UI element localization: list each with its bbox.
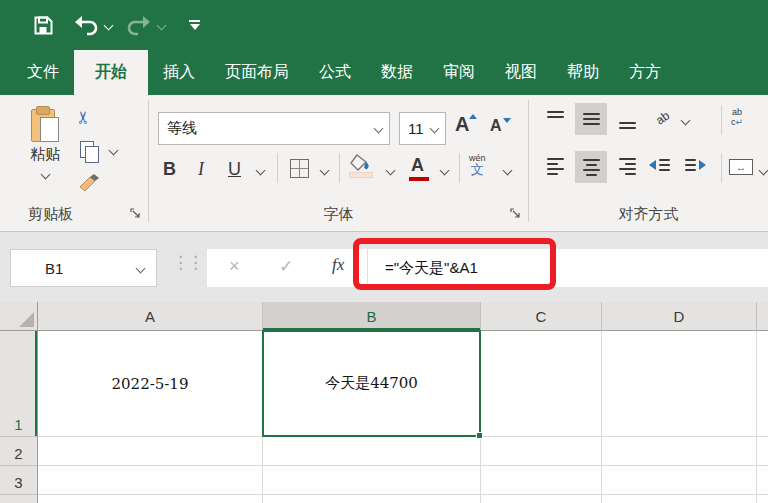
- align-bottom-icon[interactable]: [619, 122, 636, 129]
- font-dialog-launcher-icon[interactable]: [510, 205, 521, 223]
- tab-view[interactable]: 视图: [490, 50, 552, 95]
- font-size-combobox[interactable]: 11: [399, 112, 446, 145]
- cell-d4[interactable]: [602, 495, 757, 503]
- cell-c1[interactable]: [481, 331, 602, 437]
- align-center-icon[interactable]: [575, 151, 607, 183]
- cell-e1[interactable]: [757, 331, 768, 437]
- merge-center-icon[interactable]: ↔: [729, 159, 753, 175]
- cell-a2[interactable]: [38, 437, 263, 466]
- cell-a4[interactable]: [38, 495, 263, 503]
- fill-color-dropdown-icon[interactable]: [386, 166, 396, 176]
- alignment-group-label: 对齐方式: [529, 205, 768, 224]
- name-box[interactable]: B1: [10, 249, 157, 287]
- font-size-dropdown-icon[interactable]: [430, 124, 440, 134]
- cell-b2[interactable]: [263, 437, 481, 466]
- tab-data[interactable]: 数据: [366, 50, 428, 95]
- merge-dropdown-icon[interactable]: [759, 166, 768, 176]
- bold-button[interactable]: B: [163, 159, 176, 180]
- cell-a3[interactable]: [38, 466, 263, 495]
- excel-window: { "colors":{"brand_green":"#217346","ann…: [0, 0, 768, 503]
- tab-help[interactable]: 帮助: [552, 50, 614, 95]
- cell-d3[interactable]: [602, 466, 757, 495]
- undo-icon[interactable]: [73, 14, 99, 36]
- align-top-icon[interactable]: [547, 111, 564, 118]
- align-middle-icon[interactable]: [575, 103, 607, 135]
- customize-quick-access-icon[interactable]: [189, 20, 200, 30]
- underline-dropdown-icon[interactable]: [256, 166, 266, 176]
- tab-insert[interactable]: 插入: [148, 50, 210, 95]
- row-header-3[interactable]: 3: [0, 466, 38, 495]
- cell-b4[interactable]: [263, 495, 481, 503]
- font-color-swatch: [409, 177, 429, 181]
- italic-button[interactable]: I: [198, 159, 204, 180]
- paste-dropdown-icon[interactable]: [40, 170, 50, 180]
- cell-c3[interactable]: [481, 466, 602, 495]
- tab-addin[interactable]: 方方: [614, 50, 676, 95]
- font-color-dropdown-icon[interactable]: [440, 166, 450, 176]
- tab-file[interactable]: 文件: [12, 50, 74, 95]
- separator: [721, 153, 722, 183]
- save-icon[interactable]: [32, 14, 55, 37]
- font-color-icon[interactable]: A: [411, 155, 424, 176]
- orientation-dropdown-icon[interactable]: [681, 116, 691, 126]
- undo-dropdown-icon[interactable]: [104, 20, 114, 30]
- phonetic-dropdown-icon[interactable]: [503, 166, 513, 176]
- enter-icon[interactable]: ✓: [279, 256, 293, 277]
- underline-button[interactable]: U: [228, 159, 241, 180]
- separator: [721, 105, 722, 135]
- decrease-indent-icon[interactable]: [649, 159, 670, 171]
- redo-dropdown-icon[interactable]: [157, 20, 167, 30]
- orientation-icon[interactable]: ab: [653, 108, 672, 127]
- font-size-value: 11: [400, 120, 431, 137]
- decrease-font-size-button[interactable]: A: [490, 117, 502, 135]
- tab-review[interactable]: 审阅: [428, 50, 490, 95]
- cell-b1[interactable]: 今天是44700: [263, 331, 481, 437]
- cell-d2[interactable]: [602, 437, 757, 466]
- tab-home[interactable]: 开始: [74, 50, 148, 95]
- name-box-dropdown-icon[interactable]: [136, 263, 146, 273]
- cell-c4[interactable]: [481, 495, 602, 503]
- tab-formulas[interactable]: 公式: [304, 50, 366, 95]
- borders-icon[interactable]: [290, 159, 309, 178]
- align-left-icon[interactable]: [547, 158, 564, 175]
- cell-b3[interactable]: [263, 466, 481, 495]
- redo-icon[interactable]: [126, 14, 152, 36]
- borders-dropdown-icon[interactable]: [320, 166, 330, 176]
- cell-e2[interactable]: [757, 437, 768, 466]
- cell-c2[interactable]: [481, 437, 602, 466]
- row-header-2[interactable]: 2: [0, 437, 38, 466]
- insert-function-icon[interactable]: fx: [332, 255, 344, 275]
- select-all-corner[interactable]: [0, 302, 38, 331]
- row-header-1[interactable]: 1: [0, 331, 38, 437]
- format-painter-icon[interactable]: [76, 173, 100, 199]
- cancel-icon[interactable]: ×: [229, 256, 240, 277]
- paste-button[interactable]: 粘贴: [20, 106, 70, 182]
- worksheet: A B C D 1 2022-5-19 今天是44700 2 3: [0, 300, 768, 503]
- column-header-a[interactable]: A: [38, 302, 263, 331]
- cell-e3[interactable]: [757, 466, 768, 495]
- cell-a1[interactable]: 2022-5-19: [38, 331, 263, 437]
- cell-e4[interactable]: [757, 495, 768, 503]
- font-name-combobox[interactable]: 等线: [158, 112, 390, 145]
- column-header-e-partial[interactable]: [757, 302, 768, 331]
- wrap-text-icon[interactable]: ab c↵: [731, 108, 743, 128]
- font-name-dropdown-icon[interactable]: [374, 124, 384, 134]
- phonetic-guide-icon[interactable]: wén 文: [469, 154, 486, 176]
- formula-bar-resize-handle[interactable]: ⋮⋮: [172, 252, 202, 273]
- column-header-b[interactable]: B: [263, 302, 481, 331]
- cut-icon[interactable]: ✂: [73, 110, 94, 124]
- column-header-c[interactable]: C: [481, 302, 602, 331]
- copy-dropdown-icon[interactable]: [109, 146, 119, 156]
- separator: [339, 153, 340, 183]
- tab-page-layout[interactable]: 页面布局: [210, 50, 304, 95]
- increase-font-size-button[interactable]: A: [455, 113, 469, 136]
- increase-indent-icon[interactable]: [685, 159, 706, 171]
- cell-d1[interactable]: [602, 331, 757, 437]
- clipboard-dialog-launcher-icon[interactable]: [130, 205, 141, 223]
- align-right-icon[interactable]: [619, 158, 636, 175]
- select-all-triangle-icon: [19, 312, 34, 327]
- row-header-4-partial[interactable]: [0, 495, 38, 503]
- formula-input[interactable]: ="今天是"&A1: [385, 249, 768, 287]
- column-header-d[interactable]: D: [602, 302, 757, 331]
- paste-clipboard-icon: [31, 106, 59, 142]
